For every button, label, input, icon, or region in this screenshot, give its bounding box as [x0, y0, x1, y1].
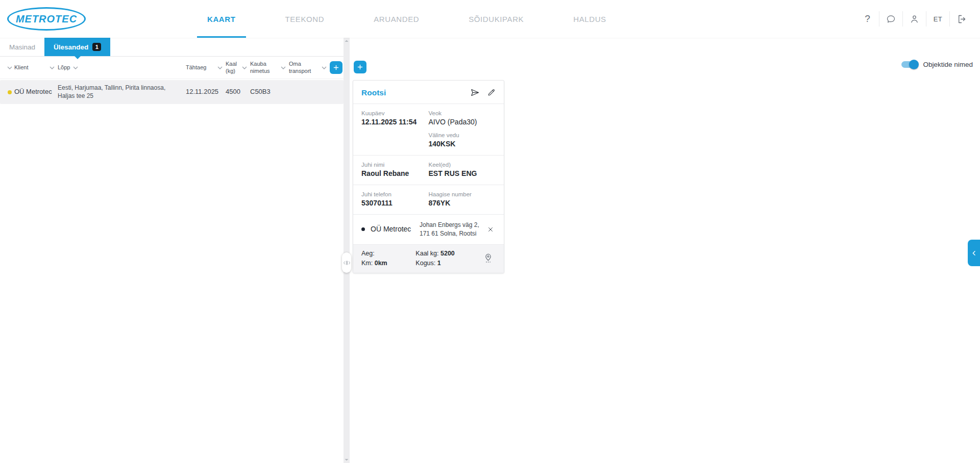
object-names-toggle[interactable]: Objektide nimed	[901, 61, 973, 68]
scroll-down-icon[interactable]	[345, 458, 349, 461]
map-pin-icon	[483, 253, 494, 264]
footer-label: Aeg:	[361, 250, 375, 257]
column-label[interactable]: Kauba nimetus	[250, 61, 275, 75]
send-icon	[470, 88, 480, 97]
edit-button[interactable]	[487, 88, 496, 97]
nav-item-teekond[interactable]: TEEKOND	[275, 0, 335, 38]
column-label[interactable]: Tähtaeg	[186, 64, 206, 71]
nav-item-kaart[interactable]: KAART	[197, 0, 246, 38]
field-veok: Veok AIVO (Pada30)	[429, 110, 496, 126]
main-nav: KAART TEEKOND ARUANDED SÕIDUKIPARK HALDU…	[197, 0, 617, 38]
footer-value: 5200	[440, 250, 455, 257]
column-label[interactable]: Klient	[14, 64, 29, 71]
workspace: Masinad Ülesanded 1 Klient Lõpp	[0, 38, 980, 463]
chevron-down-icon	[322, 66, 327, 69]
footer-aeg: Aeg:	[361, 250, 415, 257]
field-value: Raoul Rebane	[361, 169, 429, 177]
field-label: Keel(ed)	[429, 162, 496, 168]
language-label: ET	[934, 15, 943, 23]
field-label: Juhi telefon	[361, 191, 429, 197]
footer-label: Kaal kg:	[415, 250, 438, 257]
column-label[interactable]: Oma transport	[289, 61, 317, 75]
cell-klient: OÜ Metrotec	[14, 88, 58, 96]
nav-item-soidukipark[interactable]: SÕIDUKIPARK	[458, 0, 534, 38]
card-actions	[470, 88, 496, 97]
field-valine-vedu: Väline vedu 140KSK	[429, 132, 496, 148]
column-label[interactable]: Kaal (kg)	[226, 61, 241, 75]
stop-name: OÜ Metrotec	[371, 224, 420, 235]
field-label: Väline vedu	[429, 132, 496, 138]
nav-item-haldus[interactable]: HALDUS	[563, 0, 616, 38]
plus-icon	[333, 64, 339, 71]
show-on-map-button[interactable]	[480, 250, 496, 267]
stop-row: OÜ Metrotec Johan Enbergs väg 2, 171 61 …	[353, 215, 504, 245]
topbar: METROTEC KAART TEEKOND ARUANDED SÕIDUKIP…	[0, 0, 980, 38]
tab-bar: Masinad Ülesanded 1	[0, 38, 344, 57]
collapse-side-panel-button[interactable]	[968, 240, 980, 266]
card-footer: Aeg: Kaal kg: 5200 Km: 0km Kogus: 1	[353, 245, 504, 273]
footer-label: Km:	[361, 260, 373, 267]
column-header-kauba-nimetus: Kauba nimetus	[250, 61, 289, 75]
field-value: EST RUS ENG	[429, 169, 496, 177]
panel-resize-handle[interactable]	[342, 252, 351, 273]
cell-lopp: Eesti, Harjumaa, Tallinn, Pirita linnaos…	[58, 84, 186, 100]
chevron-left-icon	[970, 249, 978, 257]
field-juhi-nimi: Juhi nimi Raoul Rebane	[361, 162, 429, 177]
cell-kauba-nimetus: C50B3	[250, 88, 289, 96]
nav-item-aruanded[interactable]: ARUANDED	[363, 0, 429, 38]
scroll-up-icon[interactable]	[345, 39, 349, 42]
footer-value: 1	[437, 260, 441, 267]
help-button[interactable]: ?	[856, 11, 879, 27]
brand-logo[interactable]: METROTEC	[7, 7, 86, 31]
stop-address: Johan Enbergs väg 2, 171 61 Solna, Roots…	[420, 221, 485, 238]
user-button[interactable]	[903, 11, 926, 27]
chat-button[interactable]	[879, 11, 902, 27]
panel-divider[interactable]	[344, 38, 350, 463]
nav-item-label: KAART	[207, 15, 236, 23]
resize-grip-icon	[343, 260, 351, 266]
card-header: Rootsi	[353, 81, 504, 104]
logout-icon	[956, 14, 967, 24]
add-column-button[interactable]	[330, 61, 342, 74]
user-icon	[909, 14, 920, 24]
logout-button[interactable]	[950, 11, 973, 27]
send-button[interactable]	[470, 88, 480, 97]
column-header-oma-transport: Oma transport	[289, 61, 330, 75]
close-icon	[487, 226, 494, 233]
tab-label: Masinad	[9, 43, 35, 51]
toggle-switch[interactable]	[901, 61, 918, 68]
chevron-down-icon	[281, 66, 286, 69]
plus-icon	[357, 64, 363, 70]
language-button[interactable]: ET	[926, 11, 949, 27]
chevron-down-icon	[217, 66, 223, 69]
table-row[interactable]: OÜ Metrotec Eesti, Harjumaa, Tallinn, Pi…	[0, 80, 344, 104]
status-dot-icon	[8, 90, 12, 94]
cell-tahtaeg: 12.11.2025	[186, 88, 226, 96]
field-keeled: Keel(ed) EST RUS ENG	[429, 162, 496, 177]
chevron-down-icon	[50, 66, 55, 69]
field-value: 12.11.2025 11:54	[361, 118, 429, 126]
nav-item-label: TEEKOND	[285, 15, 325, 23]
remove-stop-button[interactable]	[485, 226, 496, 233]
app-root: METROTEC KAART TEEKOND ARUANDED SÕIDUKIP…	[0, 0, 980, 463]
column-header-lopp: Lõpp	[58, 64, 186, 71]
add-task-button[interactable]	[354, 61, 366, 73]
field-juhi-telefon: Juhi telefon 53070111	[361, 191, 429, 207]
cell-kaal: 4500	[226, 88, 250, 96]
footer-kaal: Kaal kg: 5200	[415, 250, 480, 257]
column-label[interactable]: Lõpp	[58, 64, 70, 71]
chevron-down-icon	[73, 66, 78, 69]
edit-pencil-icon	[487, 88, 496, 97]
tab-ylesanded[interactable]: Ülesanded 1	[44, 38, 110, 56]
field-kuupaev: Kuupäev 12.11.2025 11:54	[361, 110, 429, 148]
nav-item-label: HALDUS	[573, 15, 606, 23]
field-value: 876YK	[429, 199, 496, 207]
tab-count-badge: 1	[92, 43, 101, 51]
chat-icon	[886, 14, 896, 24]
expand-all-chevron-icon[interactable]	[5, 66, 14, 69]
toggle-knob	[909, 60, 919, 69]
tab-label: Ülesanded	[54, 43, 88, 51]
field-label: Veok	[429, 110, 496, 116]
card-section-vehicle: Kuupäev 12.11.2025 11:54 Veok AIVO (Pada…	[353, 104, 504, 156]
tab-masinad[interactable]: Masinad	[0, 38, 44, 56]
